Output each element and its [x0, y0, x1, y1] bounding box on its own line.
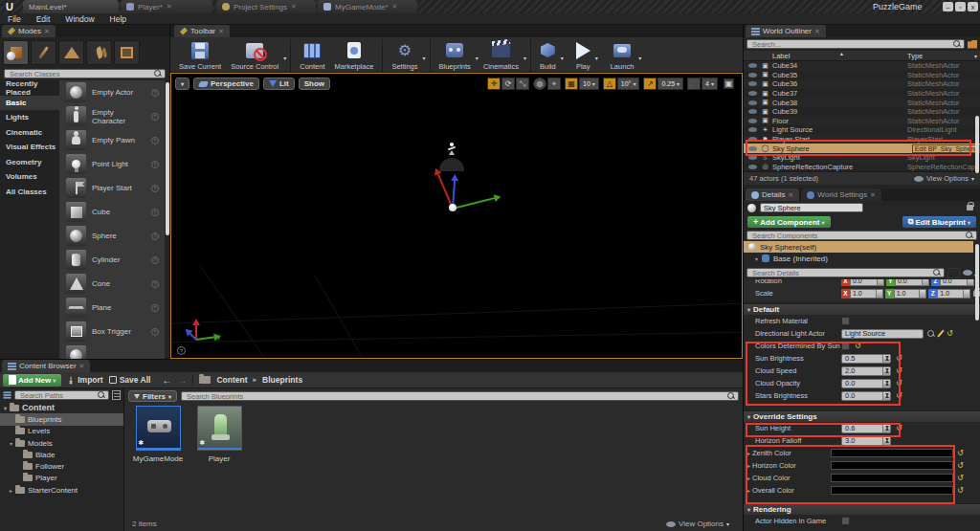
directional-light-dropdown[interactable]: Light Source — [841, 329, 924, 339]
visibility-eye-icon[interactable] — [748, 146, 757, 151]
breadcrumb-blueprints[interactable]: Blueprints — [262, 375, 302, 385]
category-geometry[interactable]: Geometry — [0, 155, 59, 170]
spinner[interactable] — [877, 279, 883, 285]
asset-mygamemode[interactable]: ✱ MyGameMode — [131, 406, 185, 463]
spinner[interactable] — [919, 290, 925, 298]
visibility-eye-icon[interactable] — [748, 127, 757, 132]
mode-place-button[interactable] — [3, 40, 29, 65]
category-cinematic[interactable]: Cinematic — [0, 125, 59, 141]
spinner[interactable] — [882, 380, 890, 387]
search-details-field[interactable] — [746, 268, 945, 277]
placeable-empty-actor[interactable]: Empty Actor? — [59, 80, 165, 104]
placeable-empty-character[interactable]: Empty Character? — [59, 104, 165, 128]
category-recently-placed[interactable]: Recently Placed — [0, 80, 59, 96]
grip-icon[interactable]: ? — [151, 232, 159, 240]
outliner-row[interactable]: ▣Cube39StaticMeshActor — [744, 107, 980, 117]
grip-icon[interactable]: ? — [151, 185, 159, 192]
chevron-down-icon[interactable] — [595, 47, 598, 64]
visibility-eye-icon[interactable] — [748, 165, 757, 169]
cloud-color-swatch[interactable] — [831, 474, 953, 482]
close-icon[interactable]: ✕ — [870, 191, 876, 199]
placeable-player-start[interactable]: Player Start? — [59, 176, 165, 200]
expander-closed-icon[interactable]: ▸ — [10, 487, 12, 494]
breadcrumb-content[interactable]: Content — [216, 375, 247, 385]
grip-icon[interactable]: ? — [151, 328, 159, 336]
search-assets-field[interactable] — [181, 391, 739, 401]
tab-mygamemode[interactable]: MyGameMode* ✕ — [318, 0, 417, 13]
play-button[interactable]: Play — [571, 38, 595, 73]
add-component-button[interactable]: +Add Component — [747, 216, 831, 228]
sources-toggle-icon[interactable] — [3, 391, 11, 398]
stars-brightness-field[interactable]: 0.0 — [841, 391, 891, 401]
menu-file[interactable]: File — [8, 14, 21, 24]
expander-icon[interactable] — [747, 461, 750, 470]
outliner-row[interactable]: ▣Cube35StaticMeshActor — [744, 71, 980, 80]
component-sky-sphere-self[interactable]: Sky Sphere(self) — [744, 241, 973, 253]
use-selected-icon[interactable] — [937, 329, 944, 337]
close-icon[interactable]: ✕ — [291, 3, 297, 11]
menu-help[interactable]: Help — [110, 14, 126, 24]
details-scrollbar[interactable] — [975, 244, 979, 321]
grip-icon[interactable]: ? — [151, 304, 159, 312]
chevron-down-icon[interactable] — [638, 47, 641, 64]
search-components-input[interactable] — [750, 231, 966, 241]
search-details-input[interactable] — [750, 268, 933, 278]
launch-button[interactable]: Launch — [606, 38, 639, 73]
lock-icon[interactable] — [967, 205, 973, 210]
settings-button[interactable]: ⚙Settings — [387, 38, 422, 73]
maximize-button[interactable]: ▫ — [955, 2, 966, 11]
outliner-scrollbar[interactable] — [975, 116, 979, 173]
grid-snap-button[interactable]: ▦ — [565, 77, 578, 90]
mode-geometry-button[interactable] — [114, 40, 140, 65]
level-viewport[interactable]: Perspective Lit Show ✛ ⟳ ⤡ ◍ ⌖ ▦ 10 △ 10… — [170, 73, 743, 359]
placeable-sphere[interactable]: Sphere? — [59, 224, 165, 248]
tab-modes[interactable]: Modes ✕ — [2, 25, 56, 37]
outliner-view-options-button[interactable]: View Options — [914, 174, 974, 183]
close-icon[interactable]: ✕ — [218, 28, 224, 35]
visibility-eye-icon[interactable] — [748, 81, 757, 86]
mode-landscape-button[interactable] — [58, 40, 84, 65]
browse-icon[interactable] — [927, 330, 935, 338]
tree-item-content[interactable]: ▾Content — [0, 402, 123, 413]
reset-icon[interactable] — [957, 461, 964, 470]
viewport-options-button[interactable] — [175, 77, 189, 90]
type-column-header[interactable]: Type — [907, 52, 980, 60]
spinner[interactable] — [876, 290, 882, 298]
scale-y-field[interactable]: 1.0 — [894, 289, 927, 299]
blueprints-button[interactable]: Blueprints — [434, 38, 476, 73]
placeable-cube[interactable]: Cube? — [59, 200, 165, 224]
tab-player[interactable]: Player* ✕ — [121, 0, 212, 13]
expander-open-icon[interactable]: ▾ — [755, 255, 758, 262]
rotation-x-field[interactable]: 0.0 — [850, 279, 884, 286]
reset-icon[interactable] — [957, 474, 964, 482]
reset-icon[interactable] — [896, 391, 902, 400]
outliner-row[interactable]: ▣Cube34StaticMeshActor — [744, 61, 980, 71]
surface-snap-button[interactable]: ⌖ — [547, 77, 561, 90]
gizmo-y-axis[interactable] — [453, 197, 496, 210]
asset-thumbnail[interactable]: ✱ — [197, 406, 242, 451]
grip-icon[interactable]: ? — [151, 113, 159, 121]
visibility-eye-icon[interactable] — [748, 109, 757, 114]
new-folder-icon[interactable] — [968, 40, 977, 49]
sun-height-field[interactable]: 0.6 — [841, 424, 891, 433]
tree-item-models[interactable]: ▾Models — [0, 437, 123, 449]
outliner-row-sky-sphere[interactable]: ◯Sky SphereEdit BP_Sky_Sphere — [744, 144, 980, 153]
grip-icon[interactable]: ? — [151, 161, 159, 168]
outliner-row[interactable]: ▣Cube37StaticMeshActor — [744, 89, 980, 99]
outliner-row[interactable]: ▣FloorStaticMeshActor — [744, 117, 980, 126]
property-matrix-icon[interactable] — [947, 268, 960, 278]
expander-open-icon[interactable]: ▾ — [4, 405, 7, 411]
chevron-down-icon[interactable] — [523, 47, 526, 64]
help-badge-icon[interactable]: ? — [177, 346, 186, 355]
outliner-row[interactable]: ☼SkyLightSkyLight — [744, 153, 980, 163]
visibility-eye-icon[interactable] — [748, 119, 757, 123]
tab-project-settings[interactable]: Project Settings ✕ — [216, 0, 316, 13]
forward-arrow-icon[interactable]: → — [177, 375, 187, 386]
lit-button[interactable]: Lit — [263, 77, 295, 90]
reset-icon[interactable] — [896, 354, 902, 363]
scale-x-field[interactable]: 1.0 — [850, 289, 883, 299]
add-new-button[interactable]: Add New — [3, 374, 61, 387]
outliner-search-input[interactable] — [750, 39, 953, 50]
maximize-viewport-button[interactable]: ▣ — [724, 78, 734, 89]
save-current-button[interactable]: Save Current — [174, 38, 226, 73]
